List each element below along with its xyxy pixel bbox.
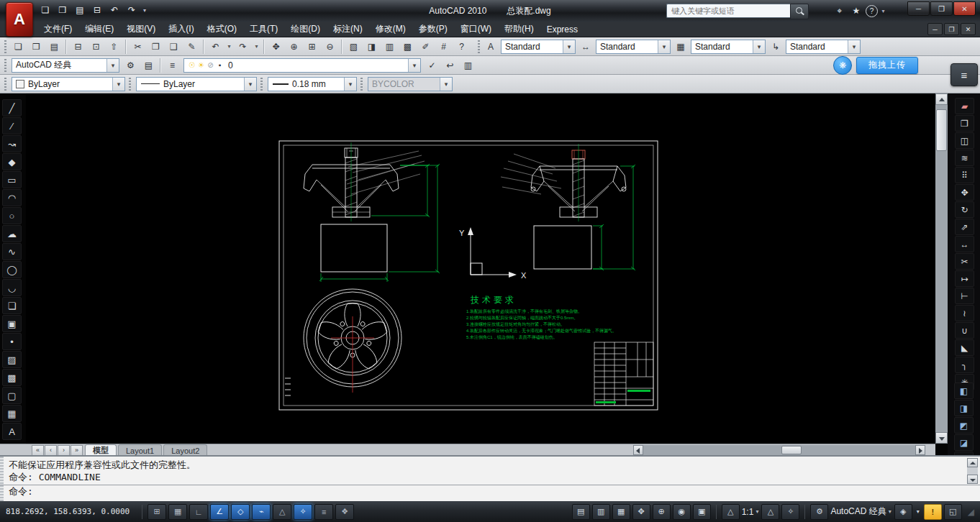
annotation-visibility-icon[interactable]: △ xyxy=(761,504,779,520)
layer-lock-icon[interactable]: ⊘ xyxy=(206,61,215,69)
menu-parametric[interactable]: 参数(P) xyxy=(412,22,454,37)
help-question-icon[interactable]: ? xyxy=(453,38,470,55)
menu-help[interactable]: 帮助(H) xyxy=(498,22,540,37)
chevron-down-icon[interactable]: ▾ xyxy=(889,508,891,515)
overlay-menu-icon[interactable]: ≡ xyxy=(961,69,968,81)
scroll-down-icon[interactable] xyxy=(935,432,948,444)
minimize-button[interactable]: ─ xyxy=(907,1,930,16)
lineweight-combo[interactable]: 0.18 mm xyxy=(268,77,357,91)
command-window[interactable]: 不能保证应用程序兼容性或此文件的完整性。 命令: COMMANDLINE 命令: xyxy=(0,455,980,501)
layer-states-icon[interactable]: ▥ xyxy=(460,57,476,73)
construction-line-tool[interactable]: ∕ xyxy=(2,117,22,134)
dim-style-combo[interactable]: Standard xyxy=(596,40,671,54)
break-at-point-tool[interactable]: ⊢ xyxy=(955,288,974,304)
chevron-down-icon[interactable] xyxy=(244,78,256,91)
tab-model[interactable]: 模型 xyxy=(85,444,117,456)
chevron-down-icon[interactable] xyxy=(112,78,124,91)
paste-icon[interactable]: ❑ xyxy=(165,38,182,55)
menu-modify[interactable]: 修改(M) xyxy=(369,22,412,37)
region-tool[interactable]: ▢ xyxy=(2,387,22,404)
zoom-window-icon[interactable]: ⊞ xyxy=(304,38,320,55)
match-properties-icon[interactable]: ✎ xyxy=(183,38,200,55)
layer-combo[interactable]: ☉☀⊘▪ 0 xyxy=(183,58,421,73)
table-style-icon[interactable]: ▦ xyxy=(673,39,689,54)
zoom-previous-icon[interactable]: ⊖ xyxy=(322,38,338,55)
chevron-down-icon[interactable]: ▾ xyxy=(756,508,758,515)
scroll-left-icon[interactable] xyxy=(633,445,643,455)
app-manager-icon[interactable]: ! xyxy=(924,504,942,520)
toolbar-grip[interactable] xyxy=(4,78,6,91)
tab-layout1[interactable]: Layout1 xyxy=(118,444,162,456)
quick-view-drawings-button[interactable]: ▦ xyxy=(612,504,630,520)
offset-tool[interactable]: ≋ xyxy=(955,150,974,166)
chevron-down-icon[interactable] xyxy=(408,59,420,72)
lwt-toggle[interactable]: ≡ xyxy=(314,504,333,520)
doc-close-button[interactable]: ✕ xyxy=(961,23,976,35)
color-combo[interactable]: ByLayer xyxy=(12,77,125,91)
menu-express[interactable]: Express xyxy=(540,22,584,37)
plot-preview-icon[interactable]: ⊡ xyxy=(88,38,104,55)
workspace-switch-group[interactable]: ⚙ AutoCAD 经典 ▾ xyxy=(810,504,891,520)
ellipse-arc-tool[interactable]: ◡ xyxy=(2,279,22,296)
toolbar-grip[interactable] xyxy=(260,78,263,91)
qat-plot-icon[interactable]: ⊟ xyxy=(89,3,105,17)
coordinate-readout[interactable]: 818.2692, 158.6393, 0.0000 xyxy=(6,507,130,516)
osnap-toggle[interactable]: ◇ xyxy=(231,504,250,520)
rotate-tool[interactable]: ↻ xyxy=(955,201,974,218)
vertical-scrollbar-thumb[interactable] xyxy=(936,109,947,151)
table-tool[interactable]: ▦ xyxy=(2,405,22,422)
scroll-down-icon[interactable] xyxy=(967,475,978,484)
array-tool[interactable]: ⠿ xyxy=(955,167,974,183)
arc-tool[interactable]: ◠ xyxy=(2,189,22,206)
scroll-up-icon[interactable] xyxy=(935,93,948,105)
help-icon[interactable]: ? xyxy=(866,5,878,17)
redo-caret-icon[interactable]: ▾ xyxy=(253,38,260,55)
prev-tab-button[interactable]: ‹ xyxy=(45,445,57,456)
menu-dimension[interactable]: 标注(N) xyxy=(327,22,369,37)
erase-tool[interactable]: ▰ xyxy=(955,98,974,114)
clean-screen-icon[interactable]: ◱ xyxy=(944,504,962,520)
workspace-save-icon[interactable]: ▤ xyxy=(140,57,157,73)
help-caret-icon[interactable]: ▾ xyxy=(880,4,886,18)
menu-insert[interactable]: 插入(I) xyxy=(162,22,200,37)
new-icon[interactable]: ❏ xyxy=(10,38,27,55)
multileader-style-combo[interactable]: Standard xyxy=(786,40,861,54)
command-window-grip[interactable] xyxy=(0,457,4,501)
annotation-autoscale-icon[interactable]: ✧ xyxy=(781,504,799,520)
scroll-right-icon[interactable] xyxy=(915,445,925,455)
qat-redo-icon[interactable]: ↷ xyxy=(124,3,140,17)
quick-calc-icon[interactable]: # xyxy=(435,38,452,55)
redo-icon[interactable]: ↷ xyxy=(235,38,251,55)
first-tab-button[interactable]: « xyxy=(32,445,44,456)
layer-color-icon[interactable]: ▪ xyxy=(215,61,224,69)
menu-view[interactable]: 视图(V) xyxy=(120,22,162,37)
qat-caret-icon[interactable]: ▾ xyxy=(141,3,148,17)
quick-view-layouts-button[interactable]: ▥ xyxy=(592,504,610,520)
revision-cloud-tool[interactable]: ☁ xyxy=(2,225,22,242)
open-icon[interactable]: ❒ xyxy=(28,38,45,55)
dim-style-icon[interactable]: ↔ xyxy=(578,39,594,54)
hatch-tool[interactable]: ▨ xyxy=(2,351,22,368)
sheet-set-manager-icon[interactable]: ▩ xyxy=(399,38,416,55)
chevron-down-icon[interactable] xyxy=(658,40,670,53)
layer-on-icon[interactable]: ☉ xyxy=(187,61,196,69)
tool-palettes-icon[interactable]: ▥ xyxy=(381,38,398,55)
otrack-toggle[interactable]: ⌁ xyxy=(252,504,271,520)
stretch-tool[interactable]: ↔ xyxy=(955,236,974,252)
steering-wheel-button[interactable]: ◉ xyxy=(673,504,691,520)
undo-icon[interactable]: ↶ xyxy=(207,38,224,55)
last-tab-button[interactable]: » xyxy=(71,445,83,456)
horizontal-scrollbar[interactable] xyxy=(633,445,925,455)
ducs-toggle[interactable]: △ xyxy=(273,504,291,520)
mirror-tool[interactable]: ◫ xyxy=(955,132,974,149)
ortho-toggle[interactable]: ∟ xyxy=(189,504,208,520)
zoom-button[interactable]: ⊕ xyxy=(653,504,671,520)
trim-tool[interactable]: ✂ xyxy=(955,253,974,270)
chevron-down-icon[interactable] xyxy=(848,40,860,53)
snap-toggle[interactable]: ⊞ xyxy=(148,504,166,520)
make-object-layer-current-icon[interactable]: ✓ xyxy=(424,57,440,73)
draworder-under-icon[interactable]: ◪ xyxy=(954,434,974,451)
vertical-scrollbar[interactable] xyxy=(935,93,948,444)
close-button[interactable]: ✕ xyxy=(953,1,976,16)
upload-button[interactable]: 拖拽上传 xyxy=(856,57,918,74)
